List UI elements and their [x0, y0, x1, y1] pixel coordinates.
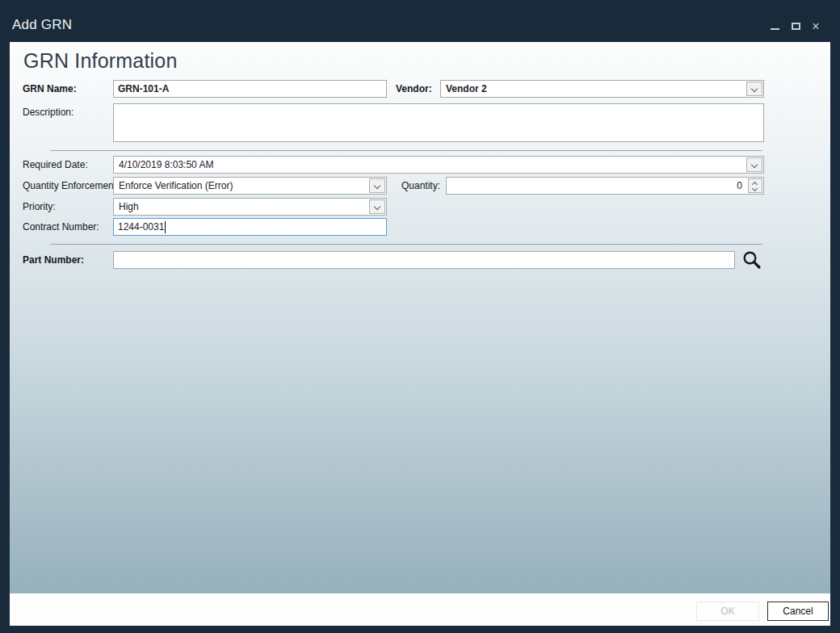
description-label: Description: — [23, 103, 74, 121]
maximize-button[interactable] — [790, 21, 803, 32]
section-divider — [50, 244, 762, 245]
priority-select[interactable]: High — [113, 198, 387, 216]
chevron-down-icon — [374, 182, 380, 189]
chevron-down-icon — [752, 186, 758, 191]
priority-value: High — [119, 199, 139, 215]
required-date-dropdown-button[interactable] — [746, 157, 762, 172]
required-date-value: 4/10/2019 8:03:50 AM — [119, 157, 213, 173]
dialog-content: GRN Information GRN Name: Vendor: Vendor… — [10, 42, 830, 626]
minimize-button[interactable] — [769, 21, 782, 32]
page-title: GRN Information — [23, 49, 178, 73]
window-titlebar: Add GRN × — [0, 0, 840, 42]
dialog-footer: OK Cancel — [10, 593, 830, 626]
grn-name-label: GRN Name: — [23, 80, 77, 98]
required-date-label: Required Date: — [23, 156, 88, 174]
priority-dropdown-button[interactable] — [369, 199, 385, 214]
vendor-value: Vendor 2 — [446, 81, 487, 97]
contract-number-input[interactable] — [113, 218, 387, 236]
chevron-down-icon — [751, 86, 758, 92]
cancel-button[interactable]: Cancel — [767, 602, 829, 621]
quantity-value: 0 — [737, 178, 742, 194]
section-divider — [50, 150, 762, 151]
contract-number-label: Contract Number: — [23, 218, 99, 236]
ok-button[interactable]: OK — [696, 602, 759, 621]
part-number-input[interactable] — [113, 251, 735, 269]
required-date-select[interactable]: 4/10/2019 8:03:50 AM — [113, 156, 764, 174]
quantity-enforcement-dropdown-button[interactable] — [369, 178, 385, 193]
chevron-down-icon — [374, 203, 380, 210]
quantity-spin-buttons[interactable] — [748, 178, 762, 193]
search-icon — [741, 249, 762, 270]
description-textarea[interactable] — [113, 103, 764, 142]
grn-name-input[interactable] — [113, 80, 387, 98]
close-icon: × — [809, 21, 822, 32]
form-panel: GRN Information GRN Name: Vendor: Vendor… — [10, 42, 830, 593]
minimize-icon — [771, 28, 779, 30]
close-button[interactable]: × — [809, 21, 822, 32]
quantity-enforcement-select[interactable]: Enforce Verification (Error) — [113, 177, 387, 195]
quantity-label: Quantity: — [401, 177, 440, 195]
chevron-down-icon — [751, 161, 758, 168]
vendor-select[interactable]: Vendor 2 — [440, 80, 764, 98]
vendor-dropdown-button[interactable] — [746, 82, 762, 96]
quantity-stepper[interactable]: 0 — [446, 177, 764, 195]
vendor-label: Vendor: — [396, 80, 432, 98]
quantity-enforcement-label: Quantity Enforcement: — [23, 177, 119, 195]
part-number-label: Part Number: — [23, 251, 84, 269]
text-caret — [165, 221, 166, 233]
priority-label: Priority: — [23, 198, 56, 216]
part-number-search-button[interactable] — [741, 249, 762, 274]
window-title: Add GRN — [12, 17, 72, 33]
maximize-icon — [792, 23, 800, 30]
quantity-enforcement-value: Enforce Verification (Error) — [119, 178, 233, 194]
